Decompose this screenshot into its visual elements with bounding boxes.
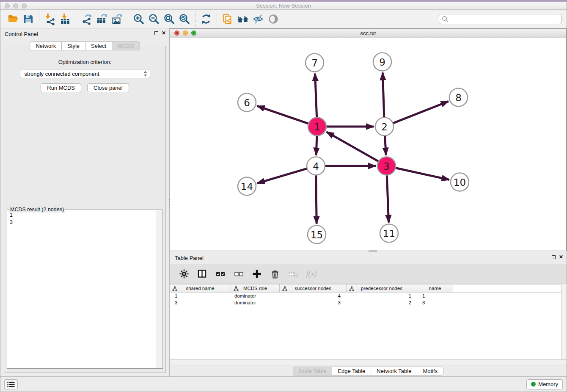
zoom-fit-button[interactable] (162, 11, 177, 27)
edge-4-15[interactable] (316, 173, 317, 224)
table-row[interactable]: 1 dominator 4 1 1 (170, 293, 561, 299)
edge-2-8[interactable] (391, 101, 449, 124)
search-input[interactable] (449, 16, 559, 22)
application-window: Session: New Session (0, 0, 567, 392)
cell-shared-name[interactable]: 1 (170, 293, 231, 298)
table-horizontal-scrollbar[interactable] (170, 359, 567, 365)
node-11[interactable]: 11 (380, 224, 398, 243)
network-window-titlebar[interactable]: scc.txt (170, 29, 566, 38)
export-network-button[interactable] (79, 11, 94, 27)
edge-1-6[interactable] (257, 106, 310, 124)
column-header-mcds-role[interactable]: MCDS role (231, 284, 280, 292)
clone-network-button[interactable] (220, 11, 235, 27)
node-9[interactable]: 9 (373, 53, 391, 71)
tab-edge-table[interactable]: Edge Table (332, 367, 371, 375)
deselect-all-button[interactable] (233, 268, 245, 280)
column-header-shared-name[interactable]: shared name (170, 284, 231, 292)
node-6[interactable]: 6 (238, 94, 256, 112)
run-mcds-button[interactable]: Run MCDS (41, 83, 81, 92)
tab-node-table[interactable]: Node Table (293, 367, 333, 375)
column-header-name[interactable]: name (417, 284, 453, 292)
open-session-button[interactable] (6, 11, 21, 27)
refresh-network-button[interactable] (198, 11, 214, 27)
cell-name[interactable]: 3 (417, 300, 453, 305)
add-column-button[interactable] (251, 268, 263, 280)
node-14[interactable]: 14 (238, 177, 256, 196)
tab-mcds[interactable]: MCDS (112, 41, 140, 50)
criterion-select[interactable]: strongly connected component (20, 69, 150, 78)
import-table-button[interactable] (58, 11, 73, 27)
edge-2-3[interactable] (385, 134, 386, 155)
edge-3-10[interactable] (394, 168, 449, 180)
delete-table-button (287, 268, 299, 280)
cell-successor-nodes[interactable]: 3 (280, 300, 347, 305)
cell-mcds-role[interactable]: dominator (231, 300, 280, 305)
edge-4-14[interactable] (257, 168, 309, 183)
task-history-button[interactable] (4, 379, 18, 389)
node-2[interactable]: 2 (375, 118, 394, 136)
column-type-icon (234, 286, 239, 291)
close-panel-button[interactable]: Close panel (87, 83, 129, 92)
select-all-button[interactable] (215, 268, 226, 280)
view-resize-handle[interactable] (368, 250, 377, 252)
hide-panels-button[interactable] (250, 11, 266, 27)
export-table-icon (96, 13, 108, 25)
tab-network[interactable]: Network (30, 41, 62, 50)
home-layout-button[interactable] (235, 11, 250, 27)
task-list-icon (7, 381, 15, 388)
tab-motifs[interactable]: Motifs (417, 367, 443, 375)
export-table-button[interactable] (94, 11, 110, 27)
zoom-in-button[interactable] (131, 11, 146, 27)
panel-split-handle[interactable] (169, 198, 171, 209)
mcds-result-box[interactable]: MCDS result (2 nodes) 1 3 (7, 210, 163, 369)
node-1[interactable]: 1 (308, 118, 326, 136)
column-settings-button[interactable] (178, 268, 190, 280)
node-15[interactable]: 15 (308, 226, 326, 244)
edge-3-1[interactable] (327, 132, 380, 163)
float-table-panel-icon[interactable] (552, 255, 556, 259)
network-canvas[interactable]: 7968124314101511 (170, 38, 566, 251)
cell-successor-nodes[interactable]: 4 (280, 293, 347, 298)
edge-2-9[interactable] (383, 72, 384, 119)
zoom-selected-button[interactable] (177, 11, 192, 27)
show-panels-button[interactable] (266, 11, 281, 27)
network-graph[interactable]: 7968124314101511 (170, 38, 566, 251)
search-box[interactable] (439, 14, 561, 24)
table-row[interactable]: 3 dominator 3 2 3 (170, 299, 561, 306)
table-header-row: shared name MCDS role successor nodes (170, 284, 561, 293)
show-columns-button[interactable] (196, 268, 208, 280)
node-label: 10 (454, 177, 466, 188)
tab-select[interactable]: Select (85, 41, 112, 50)
column-header-successor-nodes[interactable]: successor nodes (280, 284, 347, 292)
node-label: 7 (311, 58, 318, 69)
column-header-predecessor-nodes[interactable]: predecessor nodes (347, 284, 417, 292)
cell-mcds-role[interactable]: dominator (231, 293, 280, 298)
node-8[interactable]: 8 (449, 88, 468, 107)
network-view-title: scc.txt (170, 30, 566, 36)
tab-style[interactable]: Style (61, 41, 85, 50)
tab-network-table[interactable]: Network Table (371, 367, 417, 375)
edge-1-7[interactable] (315, 73, 317, 119)
result-scrollbar[interactable] (157, 210, 162, 368)
node-10[interactable]: 10 (451, 173, 469, 191)
close-table-panel-icon[interactable] (559, 255, 563, 259)
close-panel-icon[interactable] (162, 31, 166, 36)
node-4[interactable]: 4 (307, 157, 325, 175)
edge-3-11[interactable] (387, 173, 388, 222)
cell-predecessor-nodes[interactable]: 1 (347, 293, 417, 298)
import-network-button[interactable] (42, 11, 58, 27)
zoom-out-button[interactable] (146, 11, 162, 27)
delete-column-button[interactable] (269, 268, 281, 280)
zoom-selected-icon (178, 13, 191, 25)
node-3[interactable]: 3 (377, 157, 396, 175)
cell-name[interactable]: 1 (417, 293, 453, 298)
node-7[interactable]: 7 (306, 54, 324, 72)
save-session-button[interactable] (21, 11, 36, 27)
cell-shared-name[interactable]: 3 (170, 300, 231, 305)
edge-1-4[interactable] (316, 134, 317, 155)
cell-predecessor-nodes[interactable]: 2 (347, 300, 417, 305)
memory-button[interactable]: Memory (526, 379, 563, 389)
table-vertical-scrollbar[interactable] (561, 284, 567, 359)
float-panel-icon[interactable] (154, 31, 158, 35)
export-image-button[interactable] (110, 11, 125, 27)
